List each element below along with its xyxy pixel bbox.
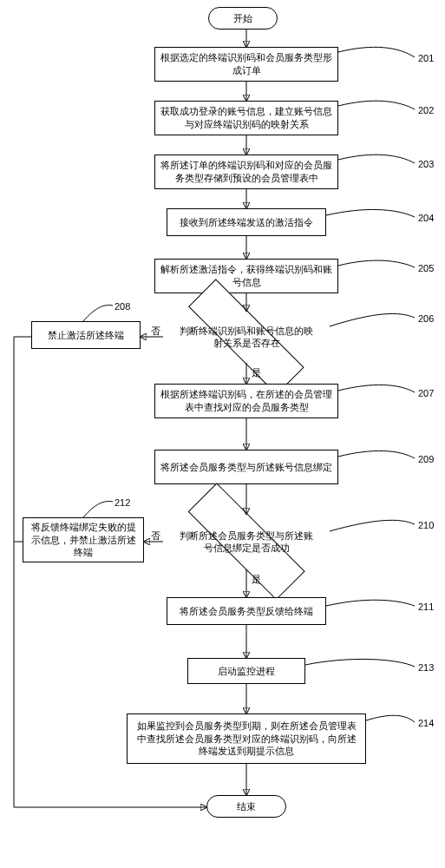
step-205: 解析所述激活指令，获得终端识别码和账号信息 bbox=[154, 259, 338, 293]
decision-206: 判断终端识别码和账号信息的映射关系是否存在 bbox=[160, 311, 333, 363]
step-202: 获取成功登录的账号信息，建立账号信息与对应终端识别码的映射关系 bbox=[154, 101, 338, 135]
callout-204: 204 bbox=[418, 214, 434, 223]
callout-206: 206 bbox=[418, 314, 434, 324]
callout-212: 212 bbox=[115, 498, 130, 508]
end-terminator: 结束 bbox=[206, 795, 286, 818]
label-yes-210: 是 bbox=[252, 575, 261, 584]
step-209: 将所述会员服务类型与所述账号信息绑定 bbox=[154, 450, 338, 484]
decision-210: 判断所述会员服务类型与所述账号信息绑定是否成功 bbox=[160, 514, 333, 569]
start-terminator: 开始 bbox=[208, 7, 278, 30]
step-207: 根据所述终端识别码，在所述的会员管理表中查找对应的会员服务类型 bbox=[154, 384, 338, 418]
callout-210: 210 bbox=[418, 521, 434, 530]
step-213: 启动监控进程 bbox=[187, 658, 305, 684]
callout-201: 201 bbox=[418, 54, 434, 63]
step-208: 禁止激活所述终端 bbox=[31, 321, 141, 349]
callout-208: 208 bbox=[115, 302, 130, 312]
callout-202: 202 bbox=[418, 106, 434, 115]
step-214: 如果监控到会员服务类型到期，则在所述会员管理表中查找所述会员服务类型对应的终端识… bbox=[127, 713, 366, 764]
step-201: 根据选定的终端识别码和会员服务类型形成订单 bbox=[154, 47, 338, 82]
callout-213: 213 bbox=[418, 663, 434, 673]
decision-206-text: 判断终端识别码和账号信息的映射关系是否存在 bbox=[160, 325, 333, 350]
callout-205: 205 bbox=[418, 264, 434, 273]
step-204: 接收到所述终端发送的激活指令 bbox=[167, 208, 326, 236]
callout-214: 214 bbox=[418, 719, 434, 728]
step-212: 将反馈终端绑定失败的提示信息，并禁止激活所述终端 bbox=[23, 517, 144, 562]
callout-207: 207 bbox=[418, 389, 434, 398]
callout-203: 203 bbox=[418, 160, 434, 169]
flowchart-canvas: 开始 根据选定的终端识别码和会员服务类型形成订单 获取成功登录的账号信息，建立账… bbox=[0, 0, 445, 868]
step-203: 将所述订单的终端识别码和对应的会员服务类型存储到预设的会员管理表中 bbox=[154, 155, 338, 189]
label-yes-206: 是 bbox=[252, 368, 261, 378]
callout-209: 209 bbox=[418, 455, 434, 464]
step-211: 将所述会员服务类型反馈给终端 bbox=[167, 597, 326, 625]
callout-211: 211 bbox=[418, 602, 434, 612]
decision-210-text: 判断所述会员服务类型与所述账号信息绑定是否成功 bbox=[160, 529, 333, 555]
